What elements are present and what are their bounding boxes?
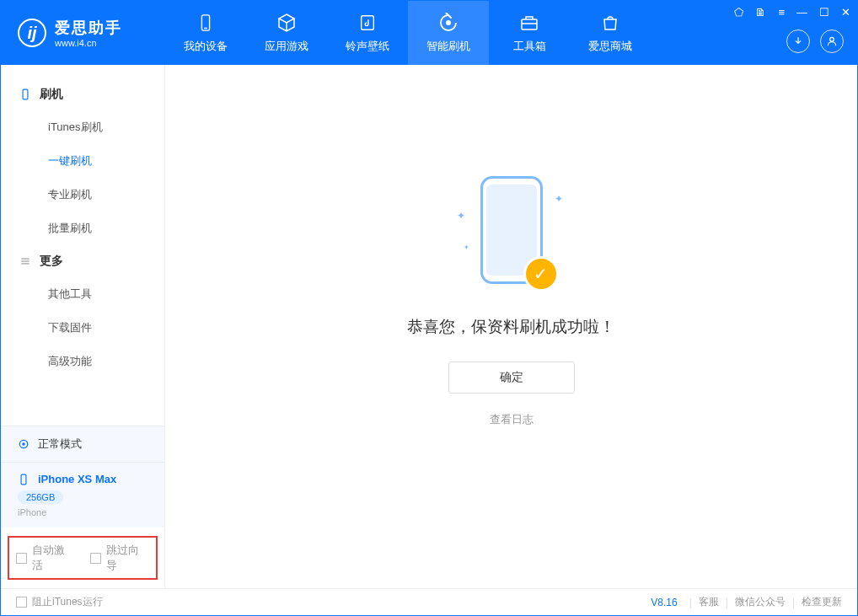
device-info[interactable]: iPhone XS Max 256GB iPhone — [1, 462, 164, 528]
sidebar-item-batch-flash[interactable]: 批量刷机 — [1, 212, 164, 245]
download-button[interactable] — [786, 29, 810, 53]
svg-rect-2 — [362, 16, 374, 30]
app-url: www.i4.cn — [55, 38, 122, 48]
refresh-icon — [437, 12, 459, 34]
sidebar-group-flash: 刷机 — [1, 78, 164, 110]
device-mode-row[interactable]: 正常模式 — [1, 426, 164, 462]
header-round-buttons — [786, 29, 844, 53]
header: ij 爱思助手 www.i4.cn 我的设备 应用游戏 铃声壁纸 智能刷机 — [1, 1, 857, 65]
device-mode: 正常模式 — [38, 437, 82, 452]
nav-store[interactable]: 爱思商城 — [570, 1, 651, 65]
sidebar-item-other-tools[interactable]: 其他工具 — [1, 277, 164, 311]
nav-apps-games[interactable]: 应用游戏 — [246, 1, 327, 65]
svg-rect-13 — [21, 474, 26, 485]
store-icon — [599, 12, 621, 34]
nav-ringtones-wallpapers[interactable]: 铃声壁纸 — [327, 1, 408, 65]
device-type: iPhone — [18, 507, 147, 517]
logo-icon: ij — [18, 19, 46, 47]
success-message: 恭喜您，保资料刷机成功啦！ — [407, 316, 615, 338]
nav-toolbox[interactable]: 工具箱 — [489, 1, 570, 65]
sidebar-group-more: 更多 — [1, 245, 164, 277]
svg-point-12 — [23, 443, 24, 445]
mode-icon — [18, 438, 29, 450]
svg-rect-7 — [23, 89, 28, 99]
sidebar-item-itunes-flash[interactable]: iTunes刷机 — [1, 110, 164, 144]
app-window: ij 爱思助手 www.i4.cn 我的设备 应用游戏 铃声壁纸 智能刷机 — [0, 0, 858, 616]
sidebar-item-download-firmware[interactable]: 下载固件 — [1, 311, 164, 345]
check-update-link[interactable]: 检查更新 — [802, 595, 842, 609]
nav-smart-flash[interactable]: 智能刷机 — [408, 1, 489, 65]
window-controls: ⬠ 🗎 ≡ ― ☐ ✕ — [734, 6, 850, 19]
checkmark-icon: ✓ — [526, 259, 556, 289]
device-capacity: 256GB — [18, 490, 63, 504]
shirt-icon[interactable]: ⬠ — [734, 6, 743, 19]
close-button[interactable]: ✕ — [841, 6, 850, 19]
music-icon — [357, 12, 378, 34]
nav-my-device[interactable]: 我的设备 — [165, 1, 246, 65]
device-name: iPhone XS Max — [38, 473, 116, 485]
device-panel: 正常模式 iPhone XS Max 256GB iPhone — [1, 426, 164, 528]
app-title: 爱思助手 — [55, 18, 122, 38]
footer: 阻止iTunes运行 V8.16 | 客服 | 微信公众号 | 检查更新 — [1, 588, 857, 615]
maximize-button[interactable]: ☐ — [819, 6, 829, 19]
toolbox-icon — [518, 12, 540, 34]
app-logo: ij 爱思助手 www.i4.cn — [1, 1, 165, 65]
version-label[interactable]: V8.16 — [651, 597, 677, 608]
sidebar-item-advanced[interactable]: 高级功能 — [1, 345, 164, 378]
main-content: ✦ ✦ ✦ ✓ 恭喜您，保资料刷机成功啦！ 确定 查看日志 — [165, 65, 857, 588]
cube-icon — [276, 12, 298, 34]
top-nav: 我的设备 应用游戏 铃声壁纸 智能刷机 工具箱 爱思商城 — [165, 1, 651, 65]
menu-icon[interactable]: ≡ — [778, 6, 785, 19]
list-icon — [19, 255, 31, 267]
checkbox-block-itunes[interactable] — [16, 597, 27, 608]
svg-point-3 — [446, 20, 451, 25]
sidebar-item-oneclick-flash[interactable]: 一键刷机 — [1, 144, 164, 178]
phone-icon — [19, 88, 31, 100]
svg-rect-4 — [522, 19, 537, 29]
option-checks-highlighted: 自动激活 跳过向导 — [8, 536, 158, 580]
block-itunes-label: 阻止iTunes运行 — [32, 595, 103, 609]
note-icon[interactable]: 🗎 — [755, 6, 766, 19]
device-icon — [195, 12, 217, 34]
sidebar: 刷机 iTunes刷机 一键刷机 专业刷机 批量刷机 更多 其他工具 下载固件 … — [1, 65, 165, 588]
minimize-button[interactable]: ― — [796, 6, 807, 19]
phone-small-icon — [18, 474, 29, 485]
sidebar-item-pro-flash[interactable]: 专业刷机 — [1, 178, 164, 212]
checkbox-skip-guide[interactable]: 跳过向导 — [90, 543, 149, 573]
body: 刷机 iTunes刷机 一键刷机 专业刷机 批量刷机 更多 其他工具 下载固件 … — [1, 65, 857, 588]
view-log-link[interactable]: 查看日志 — [490, 412, 534, 427]
ok-button[interactable]: 确定 — [448, 362, 575, 394]
support-link[interactable]: 客服 — [699, 595, 719, 609]
wechat-link[interactable]: 微信公众号 — [735, 595, 786, 609]
success-illustration: ✦ ✦ ✦ ✓ — [465, 176, 558, 294]
user-button[interactable] — [820, 29, 844, 53]
svg-point-6 — [830, 37, 834, 41]
checkbox-auto-activate[interactable]: 自动激活 — [16, 543, 75, 573]
